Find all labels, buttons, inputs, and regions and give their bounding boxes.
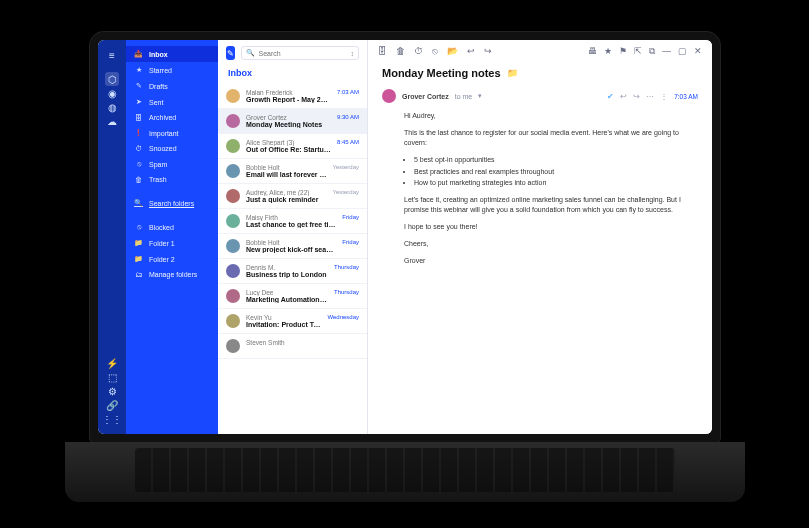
forward-icon[interactable]: ↪ xyxy=(484,46,492,56)
popout-icon[interactable]: ⧉ xyxy=(649,46,655,56)
message-time: 8:45 AM xyxy=(337,139,359,153)
sidebar-item-archived[interactable]: 🗄Archived xyxy=(126,110,218,125)
sidebar-item-snoozed[interactable]: ⏱Snoozed xyxy=(126,141,218,156)
list-title: Inbox xyxy=(218,64,367,84)
search-icon: 🔍 xyxy=(134,199,143,207)
message-row[interactable]: Lucy DeeMarketing Automation InfoThursda… xyxy=(218,284,367,309)
menu-icon[interactable]: ≡ xyxy=(105,48,119,62)
rail-app-icon[interactable]: ☁ xyxy=(105,114,119,128)
sort-icon[interactable]: ↕ xyxy=(351,50,355,57)
folder-sidebar: 📥Inbox★Starred✎Drafts➤Sent🗄Archived❗Impo… xyxy=(126,40,218,434)
folder-icon: 🗑 xyxy=(134,176,143,183)
sidebar-item-blocked[interactable]: ⦸Blocked xyxy=(126,219,218,235)
sidebar-item-inbox[interactable]: 📥Inbox xyxy=(126,46,218,62)
message-row[interactable]: Bobbie HoltNew project kick-off seasonFr… xyxy=(218,234,367,259)
rail-util-icon[interactable]: ⋮⋮ xyxy=(105,412,119,426)
message-toolbar: 🗄🗑⏱⦸📂↩↪ 🖶★⚑⇱⧉—▢✕ xyxy=(368,40,712,63)
body-p1: This is the last chance to register for … xyxy=(404,128,698,148)
message-row[interactable]: Audrey, Alice, me (22)Just a quick remin… xyxy=(218,184,367,209)
close-icon[interactable]: ✕ xyxy=(694,46,702,56)
subject: New project kick-off season xyxy=(246,246,336,253)
avatar xyxy=(226,139,240,153)
app-rail: ≡ ⬡◉◍☁ ⚡⬚⚙🔗⋮⋮ xyxy=(98,40,126,434)
search-folders-link[interactable]: 🔍 Search folders xyxy=(126,195,218,211)
sender: Bobbie Holt xyxy=(246,164,327,171)
sidebar-item-label: Spam xyxy=(149,161,167,168)
rail-util-icon[interactable]: ⬚ xyxy=(105,370,119,384)
rail-app-icon[interactable]: ◍ xyxy=(105,100,119,114)
sidebar-item-trash[interactable]: 🗑Trash xyxy=(126,172,218,187)
folder-icon: ★ xyxy=(134,66,143,74)
archive-icon[interactable]: 🗄 xyxy=(378,46,387,56)
sidebar-item-folder-2[interactable]: 📁Folder 2 xyxy=(126,251,218,267)
message-row[interactable]: Grover CortezMonday Meeting Notes9:30 AM xyxy=(218,109,367,134)
reply-icon[interactable]: ↩ xyxy=(467,46,475,56)
message-row[interactable]: Malan FrederickGrowth Report - May 20207… xyxy=(218,84,367,109)
reply-icon[interactable]: ↩ xyxy=(620,92,627,101)
flag-icon[interactable]: ⚑ xyxy=(619,46,627,56)
sidebar-item-drafts[interactable]: ✎Drafts xyxy=(126,78,218,94)
message-row[interactable]: Dennis M.Business trip to LondonThursday xyxy=(218,259,367,284)
sender: Audrey, Alice, me (22) xyxy=(246,189,327,196)
print-icon[interactable]: 🖶 xyxy=(588,46,597,56)
message-row[interactable]: Steven Smith xyxy=(218,334,367,359)
rail-util-icon[interactable]: ⚙ xyxy=(105,384,119,398)
folder-icon: ⏱ xyxy=(134,145,143,152)
trash-icon[interactable]: 🗑 xyxy=(396,46,405,56)
message-row[interactable]: Alice Shepart (3)Out of Office Re: Start… xyxy=(218,134,367,159)
avatar xyxy=(226,264,240,278)
message-time: Yesterday xyxy=(333,189,359,203)
maximize-icon[interactable]: ▢ xyxy=(678,46,687,56)
sidebar-item-starred[interactable]: ★Starred xyxy=(126,62,218,78)
rail-app-icon[interactable]: ◉ xyxy=(105,86,119,100)
search-field[interactable]: 🔍 ↕ xyxy=(241,46,360,60)
move-icon[interactable]: 📂 xyxy=(447,46,458,56)
sidebar-item-label: Folder 1 xyxy=(149,240,175,247)
sender: Maisy Firth xyxy=(246,214,336,221)
avatar xyxy=(226,314,240,328)
menu-dots-icon[interactable]: ⋮ xyxy=(660,92,668,101)
avatar xyxy=(226,114,240,128)
sidebar-item-label: Important xyxy=(149,130,179,137)
sender: Steven Smith xyxy=(246,339,353,346)
rail-app-icon[interactable]: ⬡ xyxy=(105,72,119,86)
subject: Monday Meeting Notes xyxy=(246,121,331,128)
collapse-icon[interactable]: ⇱ xyxy=(634,46,642,56)
subject: Growth Report - May 2020 xyxy=(246,96,331,103)
folder-icon: ❗ xyxy=(134,129,143,137)
spam-icon[interactable]: ⦸ xyxy=(432,46,438,56)
subject: Just a quick reminder xyxy=(246,196,327,203)
sidebar-item-important[interactable]: ❗Important xyxy=(126,125,218,141)
more-icon[interactable]: ⋯ xyxy=(646,92,654,101)
to-dropdown-icon[interactable]: ▾ xyxy=(478,92,482,100)
message-row[interactable]: Kevin YuInvitation: Product Team Meeting… xyxy=(218,309,367,334)
message-time: Thursday xyxy=(334,264,359,278)
subject: Out of Office Re: Startup Ne… xyxy=(246,146,331,153)
folder-icon: ➤ xyxy=(134,98,143,106)
mark-done-icon[interactable]: ✔ xyxy=(607,92,614,101)
search-input[interactable] xyxy=(259,50,347,57)
sidebar-item-manage-folders[interactable]: 🗂Manage folders xyxy=(126,267,218,282)
message-row[interactable]: Bobbie HoltEmail will last forever - on…… xyxy=(218,159,367,184)
sidebar-item-label: Drafts xyxy=(149,83,168,90)
sender: Grover Cortez xyxy=(246,114,331,121)
forward-icon[interactable]: ↪ xyxy=(633,92,640,101)
message-folder-icon[interactable]: 📁 xyxy=(507,68,518,78)
rail-util-icon[interactable]: 🔗 xyxy=(105,398,119,412)
body-p3: I hope to see you there! xyxy=(404,222,698,232)
subject: Email will last forever - on… xyxy=(246,171,327,178)
sidebar-item-folder-1[interactable]: 📁Folder 1 xyxy=(126,235,218,251)
sender: Dennis M. xyxy=(246,264,328,271)
sidebar-item-spam[interactable]: ⦸Spam xyxy=(126,156,218,172)
compose-button[interactable]: ✎ xyxy=(226,46,235,60)
clock-icon[interactable]: ⏱ xyxy=(414,46,423,56)
laptop-keyboard xyxy=(65,442,745,502)
star-icon[interactable]: ★ xyxy=(604,46,612,56)
message-row[interactable]: Maisy FirthLast chance to get free ticke… xyxy=(218,209,367,234)
avatar xyxy=(226,214,240,228)
subject: Last chance to get free tickets! xyxy=(246,221,336,228)
rail-util-icon[interactable]: ⚡ xyxy=(105,356,119,370)
minimize-icon[interactable]: — xyxy=(662,46,671,56)
sidebar-item-sent[interactable]: ➤Sent xyxy=(126,94,218,110)
folder-icon: 📁 xyxy=(134,255,143,263)
